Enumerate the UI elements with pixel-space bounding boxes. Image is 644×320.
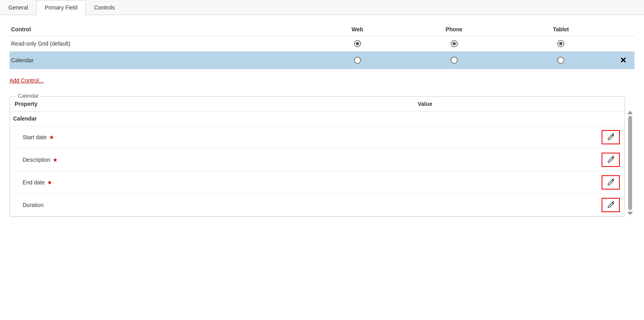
tablet-radio-readonly[interactable] xyxy=(557,40,564,47)
col-header-tablet: Tablet xyxy=(510,23,615,36)
tablet-radio-cell[interactable] xyxy=(510,52,615,69)
tablet-radio-cell[interactable] xyxy=(510,36,615,52)
col-header-web: Web xyxy=(317,23,401,36)
scroll-thumb[interactable] xyxy=(628,116,632,210)
controls-table: Control Web Phone Tablet Read-only Grid … xyxy=(10,23,634,69)
phone-radio-cell[interactable] xyxy=(401,52,510,69)
edit-duration-button[interactable] xyxy=(605,199,616,211)
arrow-down-icon xyxy=(627,212,633,215)
tab-bar: General Primary Field Controls xyxy=(0,0,644,15)
list-item: Duration xyxy=(10,194,625,217)
required-indicator: ★ xyxy=(47,179,52,186)
tab-general[interactable]: General xyxy=(0,0,36,15)
property-name: Duration xyxy=(10,194,413,217)
table-row: Calendar ✕ xyxy=(10,52,634,69)
edit-description-button[interactable] xyxy=(605,154,616,165)
web-radio-cell[interactable] xyxy=(317,36,401,52)
property-name: Description ★ xyxy=(10,149,413,171)
web-radio-cell[interactable] xyxy=(317,52,401,69)
value-header: Value xyxy=(413,97,597,111)
main-content: Control Web Phone Tablet Read-only Grid … xyxy=(0,15,644,225)
edit-end-date-button[interactable] xyxy=(605,177,616,188)
control-name: Read-only Grid (default) xyxy=(10,36,317,52)
col-header-phone: Phone xyxy=(401,23,510,36)
edit-highlight-box xyxy=(602,130,620,144)
edit-start-date-button[interactable] xyxy=(605,132,616,143)
edit-cell xyxy=(597,126,625,149)
delete-cell[interactable]: ✕ xyxy=(615,52,634,69)
list-item: Start date ★ xyxy=(10,126,625,149)
web-radio-readonly[interactable] xyxy=(354,40,361,47)
property-value xyxy=(413,149,597,171)
phone-radio-cell[interactable] xyxy=(401,36,510,52)
pencil-icon xyxy=(607,201,615,209)
required-indicator: ★ xyxy=(53,157,58,163)
edit-cell xyxy=(597,194,625,217)
edit-highlight-box xyxy=(602,175,620,190)
table-row: Read-only Grid (default) xyxy=(10,36,634,52)
property-name: End date ★ xyxy=(10,171,413,194)
pencil-icon xyxy=(607,156,615,164)
list-item: End date ★ xyxy=(10,171,625,194)
property-group: Calendar xyxy=(10,111,625,126)
col-header-control: Control xyxy=(10,23,317,36)
group-label: Calendar xyxy=(10,111,625,126)
control-name: Calendar xyxy=(10,52,317,69)
add-control-link[interactable]: Add Control... xyxy=(10,77,44,84)
arrow-up-icon xyxy=(627,111,633,114)
property-value xyxy=(413,171,597,194)
prop-header: Property xyxy=(10,97,413,111)
tab-controls[interactable]: Controls xyxy=(86,0,123,15)
properties-table: Property Value Calendar Start date ★ xyxy=(10,97,625,217)
calendar-section-title: Calendar xyxy=(16,93,40,99)
edit-highlight-box xyxy=(602,198,620,212)
property-value xyxy=(413,126,597,149)
list-item: Description ★ xyxy=(10,149,625,171)
required-indicator: ★ xyxy=(49,134,54,140)
edit-cell xyxy=(597,171,625,194)
scroll-up-button[interactable] xyxy=(627,110,634,115)
pencil-icon xyxy=(607,178,615,186)
property-name: Start date ★ xyxy=(10,126,413,149)
edit-highlight-box xyxy=(602,153,620,167)
scroll-down-button[interactable] xyxy=(627,211,634,216)
web-radio-calendar[interactable] xyxy=(354,57,361,64)
calendar-section: Calendar Property Value Calendar xyxy=(10,96,625,217)
property-value xyxy=(413,194,597,217)
scrollbar xyxy=(627,109,634,217)
delete-calendar-button[interactable]: ✕ xyxy=(618,56,628,65)
tab-primary-field[interactable]: Primary Field xyxy=(36,0,86,15)
tablet-radio-calendar[interactable] xyxy=(557,57,564,64)
phone-radio-calendar[interactable] xyxy=(451,57,458,64)
phone-radio-readonly[interactable] xyxy=(451,40,458,47)
pencil-icon xyxy=(607,133,615,141)
edit-cell xyxy=(597,149,625,171)
